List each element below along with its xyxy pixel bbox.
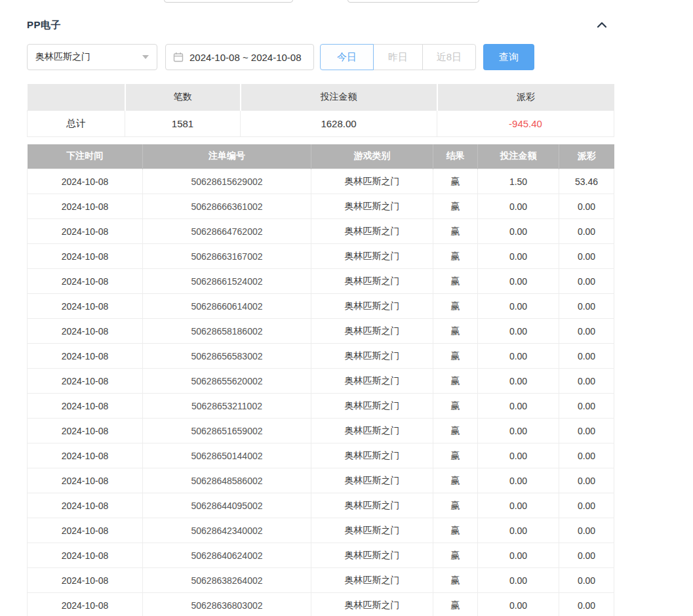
payout-cell: 0.00 [559,394,614,419]
payout-cell: 0.00 [559,294,614,319]
bet-id-cell: 50628651659002 [143,419,311,443]
summary-header-count: 笔数 [125,84,241,110]
bet-amount-cell: 0.00 [478,244,559,269]
quick-btn-today[interactable]: 今日 [320,44,374,70]
payout-cell: 0.00 [559,443,614,468]
bet-id-cell: 50628642340002 [143,518,311,543]
result-cell: 赢 [433,344,478,369]
game-type-cell: 奥林匹斯之门 [311,369,433,394]
bet-time-cell: 2024-10-08 [28,568,143,593]
bet-time-cell: 2024-10-08 [28,244,143,269]
game-type-cell: 奥林匹斯之门 [311,219,433,244]
bet-amount-cell: 0.00 [478,344,559,369]
result-cell: 赢 [433,468,478,493]
bet-time-cell: 2024-10-08 [28,493,143,518]
result-cell: 赢 [433,568,478,593]
date-range-value: 2024-10-08 ~ 2024-10-08 [189,52,302,63]
game-type-cell: 奥林匹斯之门 [311,568,433,593]
caret-down-icon [142,55,149,59]
result-cell: 赢 [433,244,478,269]
game-type-cell: 奥林匹斯之门 [311,244,433,269]
result-cell: 赢 [433,269,478,294]
header-bet-time: 下注时间 [28,144,143,169]
header-game-type: 游戏类别 [311,144,433,169]
result-cell: 赢 [433,219,478,244]
bet-id-cell: 50628615629002 [143,169,311,194]
game-type-cell: 奥林匹斯之门 [311,319,433,344]
result-cell: 赢 [433,493,478,518]
header-bet-id: 注单编号 [143,144,311,169]
summary-header-row: 笔数 投注金额 派彩 [28,84,614,110]
bet-amount-cell: 0.00 [478,419,559,443]
collapse-button[interactable] [597,19,607,31]
payout-cell: 0.00 [559,419,614,443]
query-button[interactable]: 查询 [483,44,534,70]
summary-table: 笔数 投注金额 派彩 总计 1581 1628.00 -945.40 [27,84,614,137]
bet-time-cell: 2024-10-08 [28,169,143,194]
bet-id-cell: 50628655620002 [143,369,311,394]
header-bet-amount: 投注金额 [478,144,559,169]
bet-id-cell: 50628661524002 [143,269,311,294]
bet-time-cell: 2024-10-08 [28,369,143,394]
payout-cell: 0.00 [559,543,614,568]
date-range-input[interactable]: 2024-10-08 ~ 2024-10-08 [165,44,314,70]
calendar-icon [173,52,184,62]
table-row: 2024-10-0850628648586002奥林匹斯之门赢0.000.00 [28,468,614,493]
table-row: 2024-10-0850628664762002奥林匹斯之门赢0.000.00 [28,219,614,244]
game-type-cell: 奥林匹斯之门 [311,593,433,616]
bet-amount-cell: 0.00 [478,543,559,568]
bet-amount-cell: 0.00 [478,518,559,543]
bet-time-cell: 2024-10-08 [28,194,143,219]
bet-amount-cell: 0.00 [478,443,559,468]
bet-amount-cell: 0.00 [478,269,559,294]
bet-time-cell: 2024-10-08 [28,294,143,319]
bet-time-cell: 2024-10-08 [28,219,143,244]
result-cell: 赢 [433,394,478,419]
result-cell: 赢 [433,443,478,468]
game-type-cell: 奥林匹斯之门 [311,543,433,568]
section-title: PP电子 [27,19,61,31]
game-type-cell: 奥林匹斯之门 [311,468,433,493]
game-select[interactable]: 奥林匹斯之门 [27,44,157,70]
result-cell: 赢 [433,319,478,344]
bet-time-cell: 2024-10-08 [28,518,143,543]
bet-table-header-row: 下注时间 注单编号 游戏类别 结果 投注金额 派彩 [28,144,614,169]
game-type-cell: 奥林匹斯之门 [311,443,433,468]
game-type-cell: 奥林匹斯之门 [311,518,433,543]
game-select-value: 奥林匹斯之门 [35,51,90,63]
bet-time-cell: 2024-10-08 [28,319,143,344]
summary-header-empty [28,84,125,110]
payout-cell: 0.00 [559,269,614,294]
game-type-cell: 奥林匹斯之门 [311,194,433,219]
bet-amount-cell: 0.00 [478,219,559,244]
table-row: 2024-10-0850628661524002奥林匹斯之门赢0.000.00 [28,269,614,294]
bet-amount-cell: 0.00 [478,468,559,493]
quick-btn-yesterday[interactable]: 昨日 [373,44,423,70]
partial-cropped-input-right [347,0,479,3]
table-row: 2024-10-0850628656583002奥林匹斯之门赢0.000.00 [28,344,614,369]
summary-total-payout: -945.40 [437,110,614,136]
bet-amount-cell: 0.00 [478,493,559,518]
bet-amount-cell: 1.50 [478,169,559,194]
bet-id-cell: 50628648586002 [143,468,311,493]
payout-cell: 0.00 [559,568,614,593]
section-header: PP电子 [27,18,614,32]
bet-id-cell: 50628656583002 [143,344,311,369]
bet-id-cell: 50628666361002 [143,194,311,219]
game-type-cell: 奥林匹斯之门 [311,394,433,419]
bet-amount-cell: 0.00 [478,294,559,319]
payout-cell: 0.00 [559,468,614,493]
result-cell: 赢 [433,369,478,394]
table-row: 2024-10-0850628658186002奥林匹斯之门赢0.000.00 [28,319,614,344]
table-row: 2024-10-0850628636803002奥林匹斯之门赢0.000.00 [28,593,614,616]
bet-table-body: 2024-10-0850628615629002奥林匹斯之门赢1.5053.46… [28,169,614,616]
table-row: 2024-10-0850628655620002奥林匹斯之门赢0.000.00 [28,369,614,394]
payout-cell: 0.00 [559,244,614,269]
game-type-cell: 奥林匹斯之门 [311,169,433,194]
bet-id-cell: 50628653211002 [143,394,311,419]
table-row: 2024-10-0850628666361002奥林匹斯之门赢0.000.00 [28,194,614,219]
game-type-cell: 奥林匹斯之门 [311,493,433,518]
bet-time-cell: 2024-10-08 [28,269,143,294]
quick-btn-last-8-days[interactable]: 近8日 [422,44,476,70]
result-cell: 赢 [433,543,478,568]
